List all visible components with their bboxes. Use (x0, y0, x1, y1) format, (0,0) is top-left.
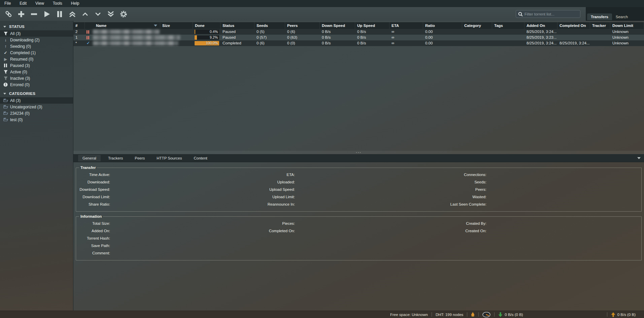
menu-help[interactable]: Help (67, 0, 84, 7)
torrent-name-cell (85, 29, 160, 35)
pause-icon[interactable] (55, 10, 64, 19)
remove-torrent-icon[interactable] (30, 10, 38, 19)
active-icon (3, 70, 8, 74)
menu-view[interactable]: View (31, 0, 48, 7)
sidebar-category-test[interactable]: test (0) (0, 116, 73, 123)
free-space-status: Free space: Unknown (390, 313, 428, 317)
torrent-hash-label: Torrent Hash: (78, 235, 110, 242)
col-header-up-speed[interactable]: Up Speed (355, 22, 389, 29)
information-legend: Information (79, 214, 103, 218)
sidebar-item-all[interactable]: All (3) (0, 30, 73, 37)
categories-section-header[interactable]: CATEGORIES (0, 90, 73, 97)
connections-label: Connections: (436, 171, 486, 178)
download-speed-status[interactable]: 0 B/s (0 B) (498, 312, 523, 317)
toolbar: Transfers Search (0, 7, 644, 21)
collapse-triangle-icon (3, 93, 6, 95)
col-header-done[interactable]: Done (193, 22, 221, 29)
col-header-number[interactable]: # (73, 22, 85, 29)
col-header-completed-on[interactable]: Completed On (557, 22, 590, 29)
col-header-tags[interactable]: Tags (492, 22, 524, 29)
torrent-name-censored (93, 41, 178, 45)
folder-icon (3, 118, 8, 121)
filter-search-box (516, 10, 580, 18)
tab-http-sources[interactable]: HTTP Sources (152, 155, 186, 162)
completed-check-icon: ✓ (87, 40, 90, 46)
status-bar: Free space: Unknown DHT: 199 nodes 0 B/s… (0, 311, 644, 318)
sidebar-item-paused[interactable]: Paused (3) (0, 62, 73, 69)
seeding-icon: ↑ (3, 44, 8, 49)
last-seen-complete-label: Last Seen Complete: (436, 201, 486, 208)
sidebar-item-active[interactable]: Active (0) (0, 69, 73, 75)
col-header-category[interactable]: Category (462, 22, 492, 29)
alt-speed-gauge-icon[interactable] (482, 312, 490, 317)
sidebar-category-234234[interactable]: 234234 (0) (0, 110, 73, 116)
tab-general[interactable]: General (78, 155, 101, 162)
paused-icon (87, 30, 89, 34)
main-area: STATUS All (3) ↓ Downloading (2) ↑ Seedi… (0, 21, 644, 311)
errored-icon (3, 82, 8, 87)
col-header-name[interactable]: Name (85, 22, 160, 29)
uploaded-label: Uploaded: (255, 178, 295, 186)
col-header-status[interactable]: Status (221, 22, 255, 29)
tab-transfers[interactable]: Transfers (587, 13, 612, 20)
col-header-added-on[interactable]: Added On (524, 22, 557, 29)
torrent-name-cell: ✓ (85, 40, 160, 46)
col-header-size[interactable]: Size (160, 22, 193, 29)
options-gear-icon[interactable] (119, 10, 128, 19)
pieces-label: Pieces: (255, 220, 295, 227)
resume-icon[interactable] (42, 10, 51, 19)
tab-content[interactable]: Content (189, 155, 211, 162)
peers-label: Peers: (436, 186, 486, 193)
move-up-icon[interactable] (81, 10, 90, 19)
sidebar-item-errored[interactable]: Errored (0) (0, 81, 73, 88)
downloaded-label: Downloaded: (78, 178, 110, 186)
torrent-row[interactable]: 1 9.2% Paused 0 (57) 0 (63) 0 B/s 0 B/s … (73, 35, 644, 40)
move-bottom-icon[interactable] (106, 10, 115, 19)
col-header-peers[interactable]: Peers (285, 22, 320, 29)
menu-edit[interactable]: Edit (15, 0, 31, 7)
menu-tools[interactable]: Tools (48, 0, 67, 7)
collapse-panel-chevron-icon[interactable] (637, 157, 641, 159)
seeds-label: Seeds: (436, 178, 486, 186)
content-area: # Name Size Done Status Seeds Peers Down… (73, 21, 644, 311)
sidebar-category-uncategorized[interactable]: Uncategorized (3) (0, 104, 73, 110)
col-header-tracker[interactable]: Tracker (590, 22, 610, 29)
sidebar-item-seeding[interactable]: ↑ Seeding (0) (0, 43, 73, 49)
done-cell: 9.2% (193, 35, 221, 40)
download-speed-label: Download Speed: (78, 186, 110, 193)
upload-speed-status[interactable]: 0 B/s (0 B) (611, 312, 636, 317)
col-header-down-speed[interactable]: Down Speed (320, 22, 355, 29)
tab-trackers[interactable]: Trackers (104, 155, 127, 162)
sidebar-item-completed[interactable]: ✓ Completed (1) (0, 49, 73, 56)
menu-file[interactable]: File (0, 0, 15, 7)
connection-status-icon (471, 312, 475, 317)
filter-torrent-input[interactable] (524, 12, 578, 16)
panel-splitter-handle[interactable]: ... (73, 151, 644, 154)
upload-limit-label: Upload Limit: (255, 193, 295, 201)
download-limit-label: Download Limit: (78, 193, 110, 201)
torrent-row[interactable]: 2 0.4% Paused 0 (5) 0 (6) 0 B/s 0 B/s ∞ … (73, 29, 644, 35)
col-header-ratio[interactable]: Ratio (423, 22, 462, 29)
save-path-label: Save Path: (78, 242, 110, 249)
total-size-label: Total Size: (78, 220, 110, 227)
share-ratio-label: Share Ratio: (78, 201, 110, 208)
sort-desc-icon (154, 25, 157, 27)
tab-peers[interactable]: Peers (130, 155, 149, 162)
add-torrent-icon[interactable] (17, 10, 26, 19)
sidebar-category-all[interactable]: All (3) (0, 97, 73, 104)
table-empty-space (73, 46, 644, 151)
torrent-row[interactable]: * ✓ 100.0% Completed 0 (6) 0 (0) 0 B/s 0… (73, 40, 644, 46)
col-header-eta[interactable]: ETA (389, 22, 423, 29)
move-down-icon[interactable] (94, 10, 102, 19)
link-icon[interactable] (4, 10, 13, 19)
move-top-icon[interactable] (68, 10, 77, 19)
status-section-header[interactable]: STATUS (0, 23, 73, 30)
resumed-icon: ▶ (3, 57, 8, 62)
general-detail-panel: Transfer Time Active: ETA: Connections: … (73, 162, 644, 311)
tab-search[interactable]: Search (612, 13, 632, 20)
col-header-down-limit[interactable]: Down Limit (610, 22, 644, 29)
sidebar-item-downloading[interactable]: ↓ Downloading (2) (0, 37, 73, 43)
sidebar-item-resumed[interactable]: ▶ Resumed (0) (0, 56, 73, 62)
col-header-seeds[interactable]: Seeds (255, 22, 285, 29)
sidebar-item-inactive[interactable]: Inactive (3) (0, 75, 73, 81)
